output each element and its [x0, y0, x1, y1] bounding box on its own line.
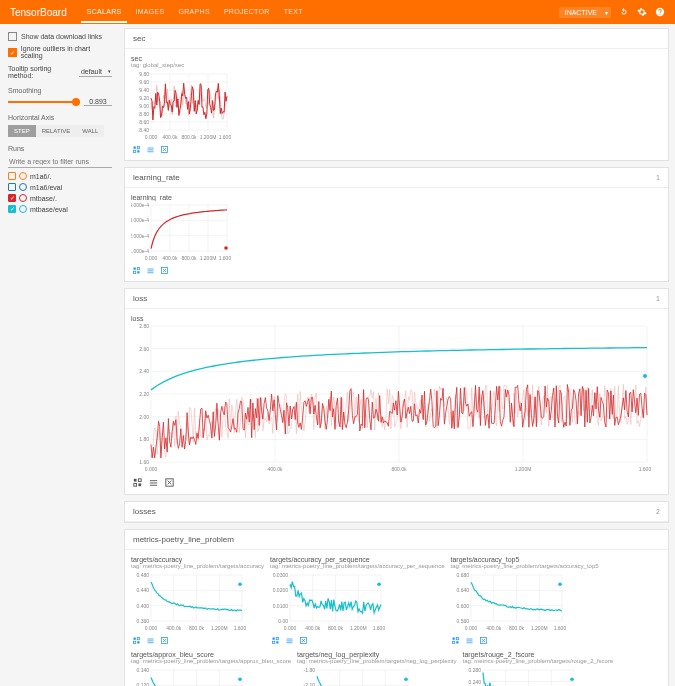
svg-rect-116: [137, 641, 139, 643]
scalar-chart[interactable]: 9.809.609.409.209.008.808.608.400.000400…: [131, 70, 231, 140]
radio-icon[interactable]: [19, 205, 27, 213]
scalar-card: loss 2.802.602.402.202.001.801.600.00040…: [131, 315, 651, 488]
svg-text:2.00: 2.00: [139, 414, 149, 420]
svg-text:1.200M: 1.200M: [515, 466, 532, 472]
scalar-chart[interactable]: 0.2800.2400.2200.1800.1400.000400.0k800.…: [463, 666, 578, 686]
tooltip-sort-select[interactable]: default: [79, 67, 112, 77]
category-header[interactable]: metrics-poetry_line_problem: [125, 530, 668, 550]
scalar-card: targets/rouge_2_fscore tag: metrics-poet…: [463, 651, 614, 686]
fit-domain-icon[interactable]: [159, 635, 169, 645]
smoothing-slider[interactable]: [8, 101, 80, 103]
brand: TensorBoard: [10, 7, 67, 18]
gear-icon[interactable]: [637, 7, 647, 17]
expand-icon[interactable]: [131, 265, 141, 275]
scalar-chart[interactable]: 0.4800.4400.4000.3600.000400.0k800.0k1.2…: [131, 571, 246, 631]
svg-text:0.360: 0.360: [136, 618, 149, 624]
expand-icon[interactable]: [131, 144, 141, 154]
haxis-step[interactable]: STEP: [8, 125, 36, 137]
svg-rect-56: [137, 271, 139, 273]
fit-domain-icon[interactable]: [479, 635, 489, 645]
checkbox-icon[interactable]: [8, 194, 16, 202]
scalar-chart[interactable]: 4.000e-43.000e-42.000e-41.000e-40.000400…: [131, 201, 231, 261]
svg-rect-170: [456, 641, 458, 643]
refresh-icon[interactable]: [619, 7, 629, 17]
svg-text:1.200M: 1.200M: [350, 625, 367, 631]
category-sec: sec sec tag: global_step/sec 9.809.609.4…: [124, 28, 669, 161]
expand-icon[interactable]: [131, 635, 141, 645]
ignore-outliers-row[interactable]: ✓ Ignore outliers in chart scaling: [8, 45, 112, 59]
smoothing-value[interactable]: 0.893: [84, 98, 112, 106]
fit-domain-icon[interactable]: [298, 635, 308, 645]
radio-icon[interactable]: [19, 183, 27, 191]
svg-rect-113: [133, 637, 135, 639]
category-header[interactable]: sec: [125, 29, 668, 49]
header-tabs: SCALARSIMAGESGRAPHSPROJECTORTEXT: [81, 2, 559, 23]
help-icon[interactable]: [655, 7, 665, 17]
checkbox-icon[interactable]: [8, 205, 16, 213]
svg-text:1.600M: 1.600M: [373, 625, 385, 631]
scalar-card: learning_rate 4.000e-43.000e-42.000e-41.…: [131, 194, 231, 275]
reload-status[interactable]: INACTIVE: [559, 7, 611, 18]
expand-icon[interactable]: [131, 476, 143, 488]
card-title: targets/neg_log_perplexity: [297, 651, 456, 658]
expand-icon[interactable]: [270, 635, 280, 645]
svg-rect-168: [456, 637, 458, 639]
log-axis-icon[interactable]: [147, 476, 159, 488]
fit-domain-icon[interactable]: [163, 476, 175, 488]
checkbox-icon[interactable]: [8, 183, 16, 191]
log-axis-icon[interactable]: [465, 635, 475, 645]
svg-text:800.0k: 800.0k: [328, 625, 344, 631]
category-header[interactable]: losses2: [125, 502, 668, 522]
svg-text:1.600M: 1.600M: [219, 134, 231, 140]
tab-scalars[interactable]: SCALARS: [81, 2, 128, 23]
svg-rect-142: [272, 641, 274, 643]
svg-text:2.20: 2.20: [139, 391, 149, 397]
category-header[interactable]: learning_rate1: [125, 168, 668, 188]
svg-text:800.0k: 800.0k: [181, 134, 197, 140]
svg-text:0.400: 0.400: [136, 603, 149, 609]
tab-text[interactable]: TEXT: [278, 2, 309, 23]
log-axis-icon[interactable]: [284, 635, 294, 645]
tab-graphs[interactable]: GRAPHS: [173, 2, 216, 23]
log-axis-icon[interactable]: [145, 635, 155, 645]
svg-rect-169: [453, 641, 455, 643]
run-item: mtbase/eval: [8, 205, 112, 213]
expand-icon[interactable]: [451, 635, 461, 645]
radio-icon[interactable]: [19, 172, 27, 180]
svg-text:1.60: 1.60: [139, 459, 149, 465]
show-download-links-row[interactable]: Show data download links: [8, 32, 112, 41]
card-tag: tag: metrics-poetry_line_problem/targets…: [463, 658, 614, 664]
svg-text:0.0100: 0.0100: [273, 603, 289, 609]
svg-text:9.80: 9.80: [139, 71, 149, 77]
category-header[interactable]: loss1: [125, 289, 668, 309]
log-axis-icon[interactable]: [145, 265, 155, 275]
haxis-wall[interactable]: WALL: [76, 125, 104, 137]
svg-text:1.600M: 1.600M: [639, 466, 651, 472]
svg-text:2.80: 2.80: [139, 323, 149, 329]
tab-images[interactable]: IMAGES: [129, 2, 170, 23]
scalar-chart[interactable]: -1.80-2.10-2.40-2.700.000400.0k800.0k1.2…: [297, 666, 412, 686]
radio-icon[interactable]: [19, 194, 27, 202]
scalar-card: sec tag: global_step/sec 9.809.609.409.2…: [131, 55, 231, 154]
svg-rect-140: [272, 637, 274, 639]
card-title: learning_rate: [131, 194, 231, 201]
svg-text:0.000: 0.000: [145, 255, 158, 261]
scalar-card: targets/neg_log_perplexity tag: metrics-…: [297, 651, 456, 686]
haxis-seg: STEPRELATIVEWALL: [8, 125, 112, 137]
fit-domain-icon[interactable]: [159, 144, 169, 154]
svg-text:400.0k: 400.0k: [486, 625, 502, 631]
tab-projector[interactable]: PROJECTOR: [218, 2, 276, 23]
scalar-chart[interactable]: 0.03000.02000.01000.000.000400.0k800.0k1…: [270, 571, 385, 631]
svg-text:1.600M: 1.600M: [553, 625, 565, 631]
haxis-relative[interactable]: RELATIVE: [36, 125, 77, 137]
log-axis-icon[interactable]: [145, 144, 155, 154]
runs-filter-input[interactable]: [8, 156, 112, 168]
fit-domain-icon[interactable]: [159, 265, 169, 275]
scalar-chart[interactable]: 2.802.602.402.202.001.801.600.000400.0k8…: [131, 322, 651, 472]
sidebar: Show data download links ✓ Ignore outlie…: [0, 24, 120, 686]
checkbox-icon[interactable]: [8, 172, 16, 180]
scalar-chart[interactable]: 0.1400.1200.1000.08000.000400.0k800.0k1.…: [131, 666, 246, 686]
scalar-chart[interactable]: 0.6800.6400.6000.5600.000400.0k800.0k1.2…: [451, 571, 566, 631]
svg-text:0.0200: 0.0200: [273, 587, 289, 593]
card-title: sec: [131, 55, 231, 62]
